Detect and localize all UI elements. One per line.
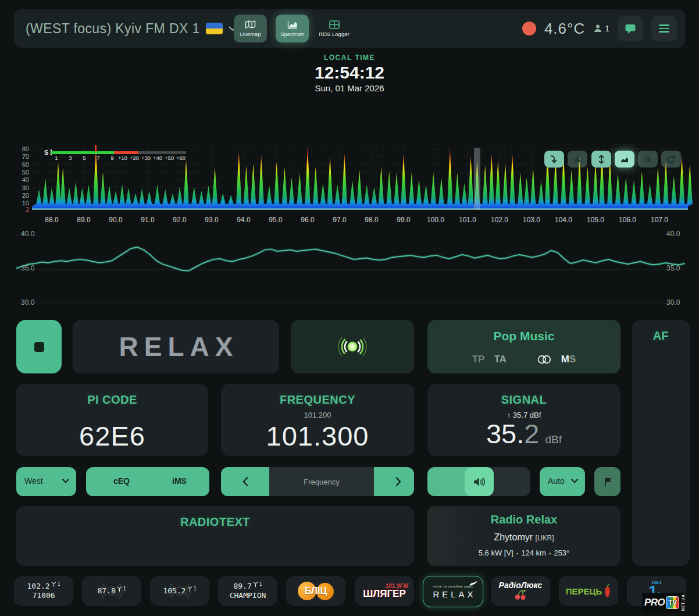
area-chart-icon xyxy=(287,20,298,29)
preset-button[interactable]: 101.9FM ШЛЯГЕР xyxy=(355,576,414,606)
cherries-icon xyxy=(513,589,527,601)
af-list-panel: AF xyxy=(632,320,690,566)
shlyager-logo-text: ШЛЯГЕР xyxy=(363,589,406,599)
signal-label: SIGNAL xyxy=(427,393,620,407)
signal-unit: dBf xyxy=(545,433,562,446)
pepper-icon xyxy=(603,583,611,599)
signal-y-tick: 35.0 xyxy=(21,264,34,272)
rds-logger-label: RDS Logger xyxy=(319,31,349,37)
bird-icon xyxy=(469,580,478,587)
listener-count: 1 xyxy=(593,24,609,33)
protv-watermark: PRO TV NET.UA xyxy=(642,593,685,613)
preset-button-selected[interactable]: легке та спокійне радіо RELAX xyxy=(423,576,483,607)
preset-button[interactable]: РадіоЛюкс xyxy=(491,576,550,606)
preset-pi: 71006 xyxy=(32,591,55,600)
frequency-input[interactable] xyxy=(269,467,374,496)
table-icon xyxy=(329,20,340,29)
ims-button[interactable]: iMS xyxy=(172,476,187,486)
arrow-updown-icon xyxy=(596,154,607,165)
radiotext-label: RADIOTEXT xyxy=(16,515,414,529)
eq-ims-toggle: cEQ iMS xyxy=(86,467,209,496)
station-details: 5.6 kW [V]▪124 km▪253° xyxy=(427,549,620,557)
preset-button[interactable]: 102.21 71006 xyxy=(14,576,73,606)
refresh-icon xyxy=(666,154,676,165)
frequency-tuner xyxy=(221,467,414,496)
antenna-select-value: West xyxy=(24,476,43,486)
letter-a-icon: A xyxy=(575,155,580,164)
volume-thumb[interactable] xyxy=(465,467,494,496)
ceq-button[interactable]: cEQ xyxy=(113,476,130,486)
antenna-icon xyxy=(253,582,258,587)
volume-slider[interactable] xyxy=(427,467,530,496)
menu-button[interactable] xyxy=(651,16,677,41)
clock-time: 12:54:12 xyxy=(0,63,699,83)
mode-select-value: Auto xyxy=(548,476,565,486)
station-city: Zhytomyr xyxy=(494,532,533,542)
s-meter-bar-rest xyxy=(138,151,186,154)
radiotext-panel: RADIOTEXT xyxy=(16,506,414,566)
lux-logo-text: РадіоЛюкс xyxy=(499,581,543,589)
stop-icon xyxy=(34,342,44,352)
pi-code-label: PI CODE xyxy=(16,393,208,407)
spectrum-button[interactable]: Spectrum xyxy=(276,15,309,42)
preset-frequency: 102.2 xyxy=(27,582,50,591)
clock-label: LOCAL TIME xyxy=(0,54,699,62)
preset-button[interactable]: ПЕРЕЦЬ xyxy=(559,576,618,606)
preset-button[interactable]: 87.81 xyxy=(82,576,141,606)
pty-label: Pop Music xyxy=(427,329,620,343)
station-location: Zhytomyr [UKR] xyxy=(427,532,620,543)
signal-y-tick: 35.0 xyxy=(666,264,680,272)
signal-y-tick: 40.0 xyxy=(666,230,680,238)
station-azimuth: 253° xyxy=(554,549,569,557)
spectrum-autoscale-button[interactable]: A xyxy=(568,151,587,168)
flag-button[interactable] xyxy=(594,467,620,496)
separator-dot: ▪ xyxy=(516,550,519,557)
stop-button[interactable] xyxy=(16,320,62,373)
blitz-logo: БЛІЦ xyxy=(294,581,337,601)
user-icon xyxy=(593,24,602,33)
rds-logger-button[interactable]: RDS Logger xyxy=(318,15,351,42)
chat-button[interactable] xyxy=(618,16,643,41)
mode-select[interactable]: Auto xyxy=(540,467,585,496)
frequency-label: FREQUENCY xyxy=(221,393,414,407)
spectrum-snap-button[interactable] xyxy=(544,151,564,168)
preset-button[interactable]: 89.71 CHAMPION xyxy=(218,576,277,606)
antenna-select[interactable]: West xyxy=(16,467,76,496)
spectrum-label: Spectrum xyxy=(280,31,304,37)
signal-value-dec: 2 xyxy=(524,418,539,450)
ukraine-flag-icon xyxy=(206,23,223,34)
temperature-dot-icon xyxy=(522,22,536,35)
signal-panel: SIGNAL ↑ 35.7 dBf 35.2 dBf xyxy=(427,384,620,456)
signal-y-tick: 30.0 xyxy=(21,298,34,307)
tuned-frequency-marker xyxy=(474,148,480,209)
tune-down-button[interactable] xyxy=(221,467,269,496)
listener-count-value: 1 xyxy=(605,24,609,33)
pi-code-panel: PI CODE 62E6 xyxy=(16,384,208,456)
spectrum-refresh-button[interactable] xyxy=(661,151,681,168)
pty-panel: Pop Music TP TA MS xyxy=(427,320,620,373)
server-select[interactable]: (WEST focus) Kyiv FM DX 1 xyxy=(26,9,237,48)
pi-code-value: 62E6 xyxy=(16,420,208,452)
temperature-value: 4.6°C xyxy=(544,20,585,38)
tune-up-button[interactable] xyxy=(374,467,414,496)
stereo-ghost-icon xyxy=(167,579,192,603)
preset-button[interactable]: БЛІЦ xyxy=(286,576,345,606)
tp-flag: TP xyxy=(472,354,485,365)
spectrum-fill-button[interactable] xyxy=(615,151,634,168)
spectrum-scale-button[interactable] xyxy=(591,151,611,168)
livemap-button[interactable]: Livemap xyxy=(234,15,267,42)
s-meter-bar-green xyxy=(51,151,114,154)
previous-frequency: 101.200 xyxy=(221,411,414,419)
map-icon xyxy=(245,20,256,29)
signal-value-int: 35. xyxy=(486,418,524,450)
speaker-icon xyxy=(473,477,486,487)
spectrum-pause-button[interactable] xyxy=(638,151,658,168)
preset-button[interactable]: 105.21 xyxy=(150,576,209,606)
chevron-left-icon xyxy=(242,477,248,486)
chevron-down-icon xyxy=(571,479,578,483)
mono-flag: M xyxy=(561,354,569,365)
signal-y-tick: 40.0 xyxy=(21,230,34,238)
antenna-number: 1 xyxy=(259,582,262,587)
local-clock: LOCAL TIME 12:54:12 Sun, 01 Mar 2026 xyxy=(0,54,699,93)
perets-logo-text: ПЕРЕЦЬ xyxy=(566,586,602,596)
